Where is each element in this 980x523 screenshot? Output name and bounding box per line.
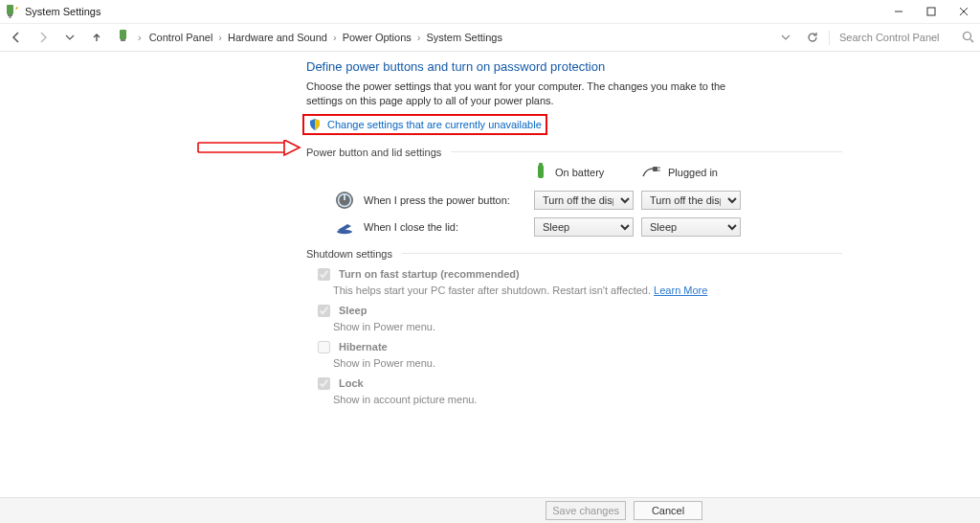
- sleep-sub: Show in Power menu.: [333, 321, 842, 332]
- battery-icon: [534, 162, 547, 183]
- column-on-battery: On battery: [534, 162, 634, 183]
- sleep-checkbox: [318, 305, 330, 317]
- save-changes-button: Save changes: [546, 501, 626, 520]
- lid-battery-select[interactable]: Sleep: [534, 217, 634, 237]
- close-button[interactable]: [947, 0, 980, 23]
- breadcrumb-root-icon: [117, 29, 132, 46]
- row-power-button: When I press the power button:: [335, 191, 526, 210]
- forward-button[interactable]: [33, 27, 54, 48]
- laptop-lid-icon: [335, 217, 354, 237]
- power-options-icon: [4, 4, 19, 19]
- svg-point-6: [964, 32, 971, 39]
- window-title: System Settings: [25, 6, 100, 17]
- svg-rect-0: [7, 5, 13, 14]
- uac-shield-icon: [308, 118, 322, 131]
- learn-more-link[interactable]: Learn More: [654, 284, 707, 296]
- page-description: Choose the power settings that you want …: [306, 80, 746, 108]
- opt-hibernate: Hibernate Show in Power menu.: [314, 338, 842, 369]
- sleep-label: Sleep: [339, 305, 367, 316]
- crumb-hardware-sound[interactable]: Hardware and Sound: [226, 30, 329, 45]
- section-shutdown: Shutdown settings: [306, 248, 842, 260]
- column-plugged-in-label: Plugged in: [668, 167, 718, 178]
- power-button-battery-select[interactable]: Turn off the display: [534, 191, 634, 210]
- svg-rect-12: [539, 163, 543, 166]
- column-on-battery-label: On battery: [555, 167, 604, 178]
- search-input[interactable]: [837, 31, 956, 44]
- svg-point-19: [337, 229, 352, 233]
- fast-startup-label: Turn on fast startup (recommended): [339, 268, 520, 280]
- opt-lock: Lock Show in account picture menu.: [314, 375, 842, 405]
- opt-sleep: Sleep Show in Power menu.: [314, 302, 842, 332]
- cancel-button[interactable]: Cancel: [634, 501, 702, 520]
- breadcrumb: Control Panel › Hardware and Sound › Pow…: [147, 30, 504, 45]
- section-shutdown-label: Shutdown settings: [306, 248, 392, 260]
- back-button[interactable]: [6, 27, 27, 48]
- svg-rect-4: [120, 30, 126, 39]
- row-close-lid-label: When I close the lid:: [364, 221, 458, 233]
- hibernate-label: Hibernate: [339, 341, 388, 352]
- chevron-right-icon: ›: [218, 32, 222, 43]
- svg-rect-5: [121, 39, 125, 41]
- chevron-right-icon: ›: [417, 32, 421, 43]
- power-button-icon: [335, 191, 354, 210]
- section-power-lid: Power button and lid settings: [306, 147, 842, 158]
- svg-rect-2: [10, 16, 11, 18]
- address-history-button[interactable]: [775, 27, 796, 48]
- search-icon[interactable]: [962, 31, 974, 45]
- svg-marker-10: [284, 140, 300, 155]
- column-plugged-in: Plugged in: [641, 165, 741, 180]
- section-power-lid-label: Power button and lid settings: [306, 147, 441, 158]
- lock-label: Lock: [339, 377, 364, 389]
- fast-startup-sub: This helps start your PC faster after sh…: [333, 284, 654, 296]
- hibernate-sub: Show in Power menu.: [333, 357, 842, 369]
- power-button-plugged-select[interactable]: Turn off the display: [641, 191, 741, 210]
- svg-rect-11: [538, 165, 544, 178]
- annotation-arrow: [196, 140, 301, 157]
- svg-rect-1: [8, 14, 12, 16]
- lid-plugged-select[interactable]: Sleep: [641, 217, 741, 237]
- chevron-right-icon: ›: [138, 32, 142, 43]
- chevron-right-icon: ›: [333, 32, 337, 43]
- recent-locations-button[interactable]: [59, 27, 80, 48]
- lock-sub: Show in account picture menu.: [333, 394, 842, 405]
- footer: Save changes Cancel: [0, 497, 980, 523]
- shutdown-options: Turn on fast startup (recommended) This …: [314, 265, 842, 405]
- row-power-button-label: When I press the power button:: [364, 194, 510, 206]
- refresh-button[interactable]: [802, 27, 823, 48]
- svg-rect-3: [927, 8, 935, 15]
- crumb-system-settings[interactable]: System Settings: [424, 30, 503, 45]
- svg-rect-13: [653, 167, 657, 171]
- page-heading: Define power buttons and turn on passwor…: [306, 59, 842, 74]
- crumb-control-panel[interactable]: Control Panel: [147, 30, 215, 45]
- crumb-power-options[interactable]: Power Options: [341, 30, 413, 45]
- opt-fast-startup: Turn on fast startup (recommended) This …: [314, 265, 842, 296]
- plug-icon: [641, 165, 660, 180]
- content-area: Define power buttons and turn on passwor…: [0, 50, 980, 498]
- change-settings-link[interactable]: Change settings that are currently unava…: [327, 119, 542, 130]
- maximize-button[interactable]: [915, 0, 947, 23]
- up-button[interactable]: [86, 27, 107, 48]
- power-lid-grid: On battery Plugged in When I press the p…: [335, 162, 842, 237]
- hibernate-checkbox: [318, 341, 330, 353]
- change-settings-link-container: Change settings that are currently unava…: [302, 114, 547, 135]
- lock-checkbox: [318, 377, 330, 390]
- search-box[interactable]: [829, 31, 974, 45]
- row-close-lid: When I close the lid:: [335, 217, 526, 237]
- titlebar: System Settings: [0, 0, 980, 24]
- fast-startup-checkbox: [318, 268, 330, 281]
- navbar: › Control Panel › Hardware and Sound › P…: [0, 24, 980, 52]
- minimize-button[interactable]: [882, 0, 915, 23]
